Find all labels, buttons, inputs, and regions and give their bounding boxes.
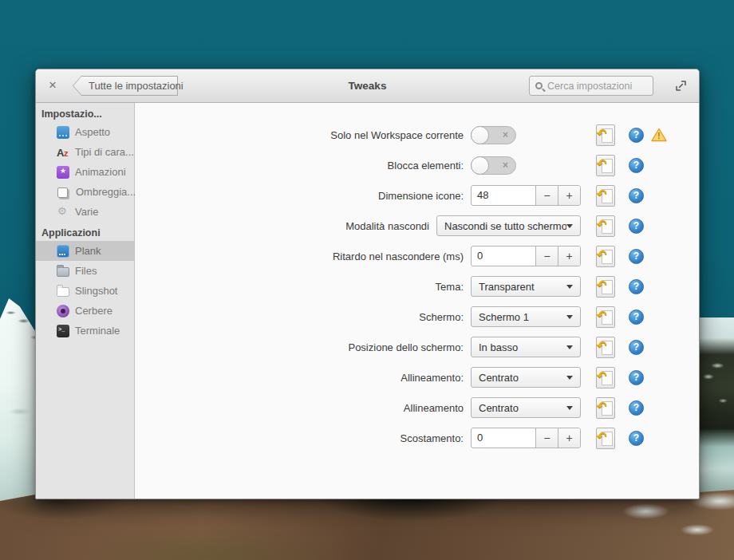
- setting-control: 0−+: [471, 428, 581, 448]
- dropdown[interactable]: Schermo 1: [471, 306, 581, 327]
- maximize-icon[interactable]: [675, 80, 687, 92]
- dropdown-value: Centrato: [479, 372, 566, 384]
- search-icon: [535, 82, 543, 89]
- toggle-switch[interactable]: ×: [471, 126, 516, 144]
- help-icon[interactable]: ?: [629, 370, 644, 385]
- setting-label: Ritardo nel nascondere (ms): [136, 250, 471, 262]
- increment-button[interactable]: +: [558, 428, 580, 448]
- warning-icon: !: [651, 128, 667, 142]
- setting-label: Scostamento:: [136, 432, 471, 444]
- chevron-down-icon: [566, 224, 573, 228]
- spinbutton-value[interactable]: 0: [472, 246, 535, 266]
- undo-icon: ↶: [597, 309, 607, 321]
- setting-label: Posizione dello schermo:: [136, 341, 471, 353]
- revert-button[interactable]: ↶: [596, 367, 615, 388]
- dropdown[interactable]: Centrato: [471, 397, 581, 418]
- settings-row-posizione-schermo: Posizione dello schermo: In basso ↶ ?: [136, 332, 699, 362]
- spinbutton[interactable]: 0−+: [471, 428, 581, 448]
- increment-button[interactable]: +: [558, 246, 580, 266]
- search-input[interactable]: [547, 81, 653, 92]
- undo-icon: ↶: [597, 127, 607, 140]
- sidebar-item-terminale[interactable]: Terminale: [36, 321, 134, 341]
- help-icon[interactable]: ?: [629, 188, 644, 203]
- decrement-button[interactable]: −: [535, 428, 558, 448]
- sidebar-item-label: Cerbere: [75, 305, 112, 317]
- spinbutton[interactable]: 48−+: [471, 185, 581, 206]
- svg-text:!: !: [657, 132, 660, 140]
- help-icon[interactable]: ?: [629, 431, 644, 446]
- increment-button[interactable]: +: [558, 186, 580, 205]
- setting-control: 48−+: [471, 185, 581, 206]
- revert-button[interactable]: ↶: [596, 337, 615, 358]
- revert-button[interactable]: ↶: [596, 276, 615, 298]
- wallpaper-rocky-cliff: [697, 317, 734, 503]
- help-icon[interactable]: ?: [629, 400, 644, 416]
- undo-icon: ↶: [597, 339, 607, 352]
- revert-button[interactable]: ↶: [596, 124, 615, 146]
- animations-icon: [57, 166, 69, 179]
- undo-icon: ↶: [597, 187, 607, 200]
- settings-row-schermo: Schermo: Schermo 1 ↶ ?: [136, 302, 699, 332]
- revert-button[interactable]: ↶: [596, 428, 615, 449]
- sidebar-item-tipi-di-carattere[interactable]: Tipi di cara...: [36, 142, 134, 162]
- help-icon[interactable]: ?: [629, 158, 644, 173]
- search-field[interactable]: [529, 76, 653, 96]
- sidebar-item-files[interactable]: Files: [36, 261, 134, 281]
- sidebar-item-plank[interactable]: Plank: [36, 241, 134, 261]
- settings-row-blocca-elementi: Blocca elementi: × ↶ ?: [136, 150, 699, 180]
- tweaks-window: × Tutte le impostazioni Tweaks: [35, 69, 700, 499]
- settings-panel: Solo nel Workspace corrente × ↶ ? ! Bloc…: [136, 103, 699, 499]
- revert-button[interactable]: ↶: [596, 185, 615, 207]
- help-icon[interactable]: ?: [629, 128, 644, 143]
- slingshot-icon: [57, 287, 69, 297]
- help-icon[interactable]: ?: [629, 279, 644, 294]
- titlebar[interactable]: × Tutte le impostazioni Tweaks: [36, 69, 699, 103]
- help-icon[interactable]: ?: [629, 340, 644, 355]
- settings-row-modalita-nascondi: Modalità nascondi Nascondi se tutto sche…: [136, 211, 699, 241]
- sidebar-item-cerbere[interactable]: Cerbere: [36, 301, 134, 321]
- sidebar-item-label: Aspetto: [75, 126, 110, 138]
- sidebar-section-header: Impostazio...: [41, 108, 134, 120]
- sidebar-item-animazioni[interactable]: Animazioni: [36, 162, 134, 182]
- dropdown[interactable]: Nascondi se tutto schermo: [436, 215, 581, 236]
- files-folder-icon: [57, 267, 69, 277]
- sidebar-item-label: Files: [75, 265, 97, 277]
- appearance-icon: [57, 126, 69, 139]
- dropdown[interactable]: Centrato: [471, 367, 581, 388]
- chevron-down-icon: [566, 285, 573, 289]
- spinbutton[interactable]: 0−+: [471, 246, 581, 266]
- toggle-switch[interactable]: ×: [471, 156, 516, 175]
- sidebar-item-slingshot[interactable]: Slingshot: [36, 281, 134, 301]
- sidebar-item-varie[interactable]: Varie: [36, 202, 134, 222]
- decrement-button[interactable]: −: [535, 186, 558, 205]
- revert-button[interactable]: ↶: [596, 397, 615, 419]
- sidebar-item-ombreggiatura[interactable]: Ombreggia...: [36, 182, 134, 202]
- setting-control: ×: [471, 156, 581, 175]
- setting-control: ×: [471, 126, 581, 144]
- toggle-knob: [471, 126, 489, 144]
- help-icon[interactable]: ?: [629, 249, 644, 264]
- undo-icon: ↶: [597, 430, 607, 443]
- toggle-off-mark: ×: [503, 127, 508, 144]
- revert-button[interactable]: ↶: [596, 306, 615, 328]
- spinbutton-value[interactable]: 0: [472, 428, 535, 448]
- help-icon[interactable]: ?: [629, 219, 644, 234]
- dropdown[interactable]: In basso: [471, 337, 581, 357]
- settings-row-allineamento-2: Allineamento Centrato ↶ ?: [136, 392, 699, 423]
- terminal-icon: [57, 325, 69, 337]
- help-icon[interactable]: ?: [629, 310, 644, 325]
- spinbutton-value[interactable]: 48: [472, 186, 535, 205]
- revert-button[interactable]: ↶: [596, 215, 615, 237]
- settings-rows: Solo nel Workspace corrente × ↶ ? ! Bloc…: [136, 103, 699, 453]
- decrement-button[interactable]: −: [535, 246, 558, 266]
- cerbere-icon: [57, 305, 69, 317]
- setting-control: In basso: [471, 337, 581, 357]
- sidebar: Impostazio... Aspetto Tipi di cara... An…: [36, 103, 135, 499]
- sidebar-item-aspetto[interactable]: Aspetto: [36, 122, 134, 142]
- dropdown-value: Centrato: [479, 402, 566, 414]
- revert-button[interactable]: ↶: [596, 155, 615, 176]
- revert-button[interactable]: ↶: [596, 246, 615, 267]
- dropdown[interactable]: Transparent: [471, 276, 581, 297]
- undo-icon: ↶: [597, 369, 607, 382]
- misc-gear-icon: [57, 206, 69, 219]
